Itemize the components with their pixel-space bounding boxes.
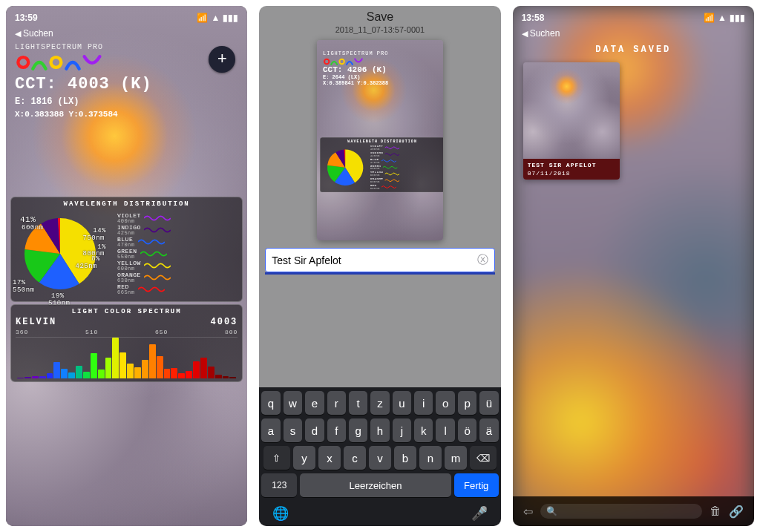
key-b[interactable]: b <box>394 446 416 470</box>
pie-nm-600: 600nm <box>22 224 44 231</box>
cellular-icon: 📶 <box>197 13 208 23</box>
legend-row: RED665nm <box>117 284 171 295</box>
key-x[interactable]: x <box>318 446 341 470</box>
pie-pct-17: 17% <box>13 279 26 286</box>
key-t[interactable]: t <box>349 391 367 415</box>
key-s[interactable]: s <box>284 418 302 442</box>
battery-icon: ▮▮▮ <box>223 13 238 23</box>
phone-screen-saved-list: 13:58 📶 ▲ ▮▮▮ ◀ Suchen DATA SAVED TEST S… <box>513 6 754 526</box>
save-name-input[interactable]: Test Sir Apfelot ⓧ <box>265 248 494 272</box>
spectrum-bar <box>24 377 31 378</box>
back-nav[interactable]: ◀ Suchen <box>6 27 247 40</box>
thumb-wave-title: WAVELENGTH DISTRIBUTION <box>323 139 442 144</box>
search-input[interactable]: 🔍 <box>540 504 702 519</box>
save-filename: 2018_11_07-13:57-0001 <box>259 25 500 34</box>
spectrum-bar <box>127 364 134 378</box>
key-o[interactable]: o <box>436 391 454 415</box>
status-time: 13:58 <box>522 13 545 23</box>
spectrum-bar <box>149 344 156 378</box>
spectrum-bar <box>134 367 141 378</box>
thumb-brand: LIGHTSPECTRUM PRO <box>323 50 388 56</box>
legend-row: GREEN550nm <box>370 164 399 170</box>
back-nav[interactable]: ◀ Suchen <box>513 27 754 40</box>
cellular-icon: 📶 <box>704 13 715 23</box>
keyboard[interactable]: qwertzuiopü asdfghjklöä ⇧yxcvbnm⌫ 123 Le… <box>259 387 500 526</box>
key-f[interactable]: f <box>327 418 346 442</box>
spectrum-bar <box>171 368 177 378</box>
key-h[interactable]: h <box>370 418 389 442</box>
legend-row: GREEN550nm <box>117 249 171 260</box>
globe-icon[interactable]: 🌐 <box>272 505 289 522</box>
key-z[interactable]: z <box>370 391 389 415</box>
key-v[interactable]: v <box>369 446 391 470</box>
spectrum-bar <box>91 353 97 378</box>
save-title: Save <box>259 10 500 24</box>
back-label: Suchen <box>23 28 53 39</box>
spectrum-bar <box>229 377 236 378</box>
spectrum-bar <box>178 373 185 378</box>
key-r[interactable]: r <box>327 391 346 415</box>
spectrum-bar <box>105 358 112 378</box>
cct-readout: CCT: 4003 (K) <box>15 75 238 93</box>
spectrum-bar <box>83 372 90 378</box>
key-p[interactable]: p <box>458 391 476 415</box>
spectrum-bar <box>142 360 148 378</box>
thumb-cct: CCT: 4206 (K) <box>323 65 388 74</box>
key-c[interactable]: c <box>344 446 366 470</box>
key-l[interactable]: l <box>436 418 454 442</box>
clear-input-icon[interactable]: ⓧ <box>477 253 488 267</box>
key-i[interactable]: i <box>414 391 433 415</box>
key-m[interactable]: m <box>445 446 467 470</box>
saved-measurement-card[interactable]: TEST SIR APFELOT 07/11/2018 <box>523 62 620 180</box>
legend-row: ORANGE630nm <box>370 177 399 183</box>
key-j[interactable]: j <box>393 418 411 442</box>
key-123[interactable]: 123 <box>261 473 297 497</box>
spectrum-bar <box>208 367 214 378</box>
key-u[interactable]: u <box>393 391 411 415</box>
key-q[interactable]: q <box>261 391 280 415</box>
spectrum-bar <box>61 369 68 378</box>
key-k[interactable]: k <box>414 418 433 442</box>
wifi-icon: ▲ <box>211 13 220 23</box>
key-ü[interactable]: ü <box>479 391 498 415</box>
key-d[interactable]: d <box>305 418 324 442</box>
key-backspace[interactable]: ⌫ <box>470 446 497 470</box>
save-name-value: Test Sir Apfelot <box>272 254 476 266</box>
spectrum-bars <box>16 337 238 378</box>
phone-screen-save: Save 2018_11_07-13:57-0001 LIGHTSPECTRUM… <box>259 6 500 526</box>
key-shift[interactable]: ⇧ <box>263 446 290 470</box>
key-w[interactable]: w <box>284 391 302 415</box>
back-arrow-icon[interactable]: ⇦ <box>523 505 533 519</box>
legend-row: BLUE470nm <box>117 237 171 248</box>
chevron-left-icon: ◀ <box>15 29 21 39</box>
key-n[interactable]: n <box>419 446 442 470</box>
legend-row: VIOLET400nm <box>370 145 399 151</box>
key-ä[interactable]: ä <box>479 418 498 442</box>
key-y[interactable]: y <box>293 446 315 470</box>
spectrum-bar <box>39 376 46 378</box>
spectrum-bar <box>53 362 60 378</box>
key-space[interactable]: Leerzeichen <box>300 473 451 497</box>
phone-screen-measurement: 13:59 📶 ▲ ▮▮▮ ◀ Suchen LIGHTSPECTRUM PRO… <box>6 6 247 526</box>
spectrum-bar <box>164 369 171 378</box>
trash-icon[interactable]: 🗑 <box>710 505 721 518</box>
key-e[interactable]: e <box>305 391 324 415</box>
pie-pct-14: 14% <box>93 227 106 234</box>
legend-row: ORANGE630nm <box>117 272 171 283</box>
lux-readout: E: 1816 (LX) <box>15 96 238 107</box>
key-done[interactable]: Fertig <box>454 473 499 497</box>
key-g[interactable]: g <box>349 418 367 442</box>
mic-icon[interactable]: 🎤 <box>471 505 488 522</box>
spectrum-bar <box>17 378 24 378</box>
key-a[interactable]: a <box>261 418 280 442</box>
battery-icon: ▮▮▮ <box>730 13 745 23</box>
legend-row: YELLOW600nm <box>117 260 171 272</box>
legend-row: VIOLET400nm <box>117 213 171 224</box>
status-bar: 13:58 📶 ▲ ▮▮▮ <box>513 6 754 27</box>
wavelength-title: WAVELENGTH DISTRIBUTION <box>16 200 238 208</box>
chevron-left-icon: ◀ <box>522 29 528 39</box>
pie-nm-550: 550nm <box>13 286 35 294</box>
link-icon[interactable]: 🔗 <box>729 505 744 519</box>
key-ö[interactable]: ö <box>458 418 476 442</box>
save-header: Save 2018_11_07-13:57-0001 <box>259 6 500 36</box>
